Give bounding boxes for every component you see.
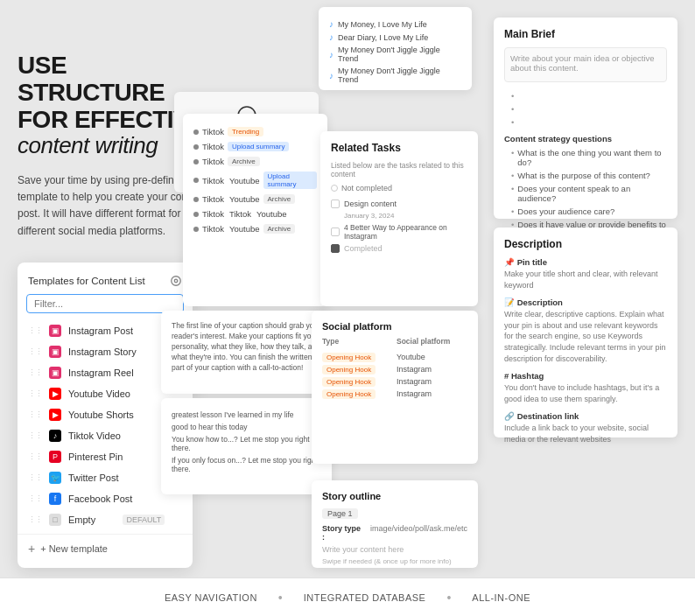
- desc-description: 📝 Description Write clear, descriptive c…: [504, 298, 667, 364]
- tiktok-dot: [193, 144, 199, 150]
- brief-placeholder: Write about your main idea or objective …: [510, 53, 655, 73]
- separator-2: •: [446, 591, 451, 605]
- music-track-3: My Money Don't Jiggle Jiggle Trend: [338, 46, 461, 63]
- tiktok-label: Tiktok: [202, 176, 224, 186]
- tiktok-row: Tiktok Youtube Archive: [193, 221, 317, 236]
- brief-bullets: [504, 89, 667, 129]
- tiktok-row: Tiktok Upload summary: [193, 139, 317, 154]
- item-label: Instagram Reel: [68, 368, 165, 378]
- drag-handle: ⋮⋮: [28, 515, 42, 524]
- drag-handle: ⋮⋮: [28, 410, 42, 419]
- upload-badge: Upload summary: [263, 172, 317, 189]
- desc-label: 🔗 Destination link: [504, 411, 667, 421]
- nav-item-allinone: ALL-IN-ONE: [472, 592, 530, 603]
- item-label: Facebook Post: [68, 494, 165, 504]
- drag-handle: ⋮⋮: [28, 326, 42, 335]
- outline-note: Swipe if needed (& once up for more info…: [322, 557, 467, 565]
- caption-text-card: The first line of your caption should gr…: [161, 311, 332, 394]
- instagram-icon: ▣: [49, 367, 61, 379]
- item-label: Twitter Post: [68, 472, 165, 483]
- outline-value: image/video/poll/ask.me/etc: [370, 524, 467, 542]
- upload-badge: Upload summary: [228, 142, 289, 151]
- separator-1: •: [278, 591, 283, 605]
- filter-input[interactable]: [26, 294, 184, 313]
- brief-write-area: Write about your main idea or objective …: [504, 47, 667, 82]
- task-date: January 3, 2024: [331, 210, 467, 221]
- col-type: Opening Hook: [322, 389, 393, 398]
- sm-col-row: Opening Hook Instagram: [322, 363, 467, 375]
- outline-story-type: Story type : image/video/poll/ask.me/etc: [322, 522, 467, 543]
- description-title: Description: [504, 238, 667, 250]
- sm-col-row: Opening Hook Instagram: [322, 375, 467, 388]
- drag-handle: ⋮⋮: [28, 389, 42, 398]
- opening-hook-badge: Opening Hook: [322, 389, 376, 399]
- desc-label: # Hashtag: [504, 371, 667, 381]
- svg-point-1: [174, 279, 178, 283]
- desc-text: Write clear, descriptive captions. Expla…: [504, 309, 667, 364]
- outline-content: Write your content here: [322, 543, 467, 556]
- hooks-card: greatest lesson I've learned in my life …: [161, 398, 332, 494]
- tiktok-row: Tiktok Tiktok Youtube: [193, 206, 317, 221]
- svg-point-0: [172, 276, 181, 286]
- col-sm: Instagram: [397, 377, 467, 386]
- status-label: Not completed: [341, 184, 392, 192]
- type-header: Type: [322, 337, 393, 346]
- col-sm: Instagram: [397, 389, 467, 398]
- task-item: Design content: [331, 198, 467, 210]
- bottom-bar: EASY NAVIGATION • INTEGRATED DATABASE • …: [0, 578, 695, 616]
- hook-item: good to hear this today: [172, 421, 321, 433]
- hook-item: greatest lesson I've learned in my life: [172, 409, 321, 421]
- bullet-item: [511, 116, 667, 129]
- item-label: Instagram Post: [68, 326, 165, 336]
- status-circle: [331, 185, 338, 192]
- empty-icon: □: [49, 514, 61, 526]
- music-item: ♪ My Money Don't Jiggle Jiggle Trend: [329, 65, 461, 86]
- tiktok-dot: [193, 178, 199, 183]
- music-note-icon: ♪: [329, 19, 333, 29]
- col-sm: Youtube: [397, 353, 467, 361]
- task-checkbox[interactable]: [331, 228, 340, 236]
- sm-col-row: Opening Hook Instagram: [322, 388, 467, 400]
- item-label: Empty: [68, 514, 116, 525]
- youtube-icon: ▶: [49, 409, 61, 421]
- item-label: Instagram Story: [68, 346, 165, 357]
- tiktok-row: Tiktok Trending: [193, 124, 317, 139]
- tiktok-label: Tiktok: [202, 142, 224, 151]
- col-headers: Type Social platform: [322, 337, 467, 346]
- template-item-empty[interactable]: ⋮⋮ □ Empty DEFAULT ···: [18, 509, 193, 530]
- strategy-title: Content strategy questions: [504, 134, 667, 144]
- tiktok-dot: [193, 159, 199, 164]
- youtube-icon: ▶: [49, 388, 61, 400]
- tiktok-label: Tiktok: [202, 209, 224, 219]
- youtube-label: Youtube: [256, 209, 287, 219]
- tiktok-row: Tiktok Youtube Archive: [193, 192, 317, 206]
- tiktok-list-header: Tiktok Trending Tiktok Upload summary Ti…: [193, 124, 317, 236]
- task-checkbox[interactable]: [331, 200, 340, 208]
- music-item: ♪ My Money, I Love My Life: [329, 18, 461, 31]
- col-sm: Instagram: [397, 365, 467, 374]
- settings-icon[interactable]: [170, 275, 182, 287]
- trending-badge: Trending: [228, 127, 263, 136]
- platform-header: Social platform: [397, 337, 467, 346]
- drag-handle: ⋮⋮: [28, 368, 42, 377]
- not-completed-status: Not completed: [331, 184, 467, 192]
- outline-label: Story type :: [322, 524, 365, 542]
- new-template-button[interactable]: + + New template: [18, 534, 193, 559]
- task-checkbox-checked[interactable]: [331, 244, 340, 253]
- item-label: Youtube Shorts: [68, 410, 165, 420]
- tiktok-row: Tiktok Archive: [193, 154, 317, 169]
- strategy-q: Does your content speak to an audience?: [511, 182, 667, 205]
- hook-item: If you only focus on...? Let me stop you…: [172, 454, 321, 475]
- drag-handle: ⋮⋮: [28, 431, 42, 440]
- youtube-label: Youtube: [229, 194, 260, 204]
- caption-text-main: The first line of your caption should gr…: [172, 321, 321, 373]
- task-label-completed: Completed: [344, 244, 383, 253]
- description-card: Description 📌 Pin title Make your title …: [494, 228, 677, 438]
- story-outline-card: Story outline Page 1 Story type : image/…: [312, 480, 478, 568]
- task-label: 4 Better Way to Appearance on Instagram: [344, 223, 467, 241]
- strategy-q: What is the purpose of this content?: [511, 169, 667, 182]
- main-brief-card: Main Brief Write about your main idea or…: [494, 18, 677, 219]
- drag-handle: ⋮⋮: [28, 473, 42, 482]
- music-note-icon: ♪: [329, 71, 333, 80]
- new-template-label: + New template: [40, 543, 108, 554]
